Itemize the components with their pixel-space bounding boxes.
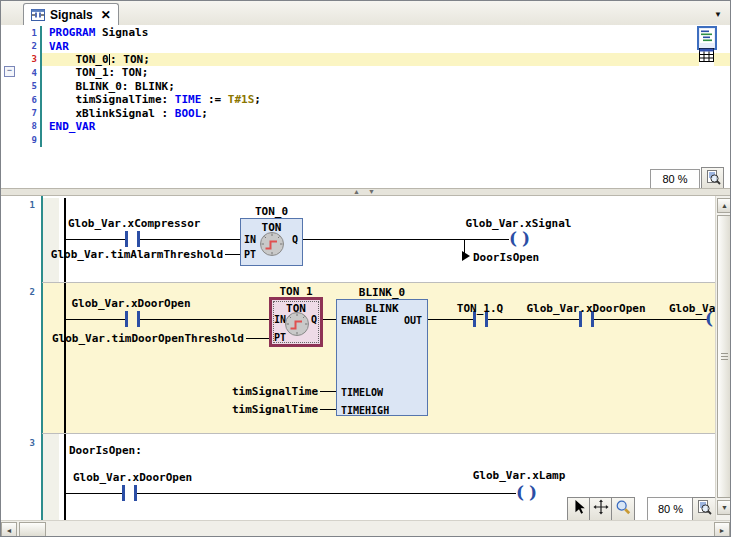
pan-tool-button[interactable] bbox=[589, 497, 613, 521]
jump-icon[interactable] bbox=[462, 251, 470, 261]
tab-overflow-icon[interactable]: ▼ bbox=[714, 10, 722, 19]
decl-line: 5 BLINK_0: BLINK; bbox=[1, 80, 731, 93]
ladder-zoom-value[interactable]: 80 % bbox=[647, 497, 694, 521]
operand-label[interactable]: Glob_Var.timDoorOpenThreshold bbox=[26, 332, 244, 345]
operand-label[interactable]: timSignalTime bbox=[181, 403, 318, 416]
network-gutter bbox=[43, 198, 59, 283]
timer-icon bbox=[284, 311, 310, 341]
coil-xSignal[interactable]: () bbox=[509, 230, 530, 247]
contact-xDoorOpen-3[interactable] bbox=[122, 485, 137, 501]
decl-line: 1 PROGRAM Signals bbox=[1, 26, 731, 39]
code-line[interactable]: BLINK_0: BLINK; bbox=[42, 80, 731, 93]
decl-line: 2 VAR bbox=[1, 39, 731, 52]
tab-close-icon[interactable]: ✕ bbox=[101, 8, 111, 22]
ld-editor-window: Signals ✕ ▼ 1 PROGRAM Signals 2 VAR 3 TO… bbox=[0, 0, 731, 537]
operand-label[interactable]: Glob_Var.xDoorOpen bbox=[526, 302, 646, 315]
scroll-left-icon: ◄ bbox=[6, 527, 13, 534]
line-number: 7 bbox=[1, 106, 42, 119]
pin-pt: PT bbox=[244, 249, 256, 260]
magnifier-icon bbox=[615, 499, 631, 519]
vertical-scrollbar[interactable]: ▲ ▼ bbox=[715, 196, 731, 520]
zoom-page-icon bbox=[696, 499, 712, 519]
blink0-function-block[interactable]: BLINK ENABLE OUT TIMELOW TIMEHIGH bbox=[336, 299, 428, 416]
block-instance-label[interactable]: BLINK_0 bbox=[336, 286, 428, 299]
ton0-function-block[interactable]: TON IN PT Q bbox=[240, 218, 303, 266]
wire bbox=[225, 254, 240, 255]
jump-target-label[interactable]: DoorIsOpen bbox=[473, 251, 539, 264]
code-line[interactable]: END_VAR bbox=[42, 120, 731, 133]
splitter-bar[interactable]: ▲ ▼ bbox=[1, 188, 731, 196]
decl-zoom-button[interactable] bbox=[701, 167, 724, 190]
pin-out: OUT bbox=[404, 315, 422, 326]
network-separator bbox=[42, 433, 715, 434]
operand-label[interactable]: Glob_Var.xLamp bbox=[459, 469, 579, 482]
code-line[interactable]: VAR bbox=[42, 40, 731, 53]
scroll-left-button[interactable]: ◄ bbox=[1, 522, 17, 537]
operand-label[interactable]: Glob_Var.xSignal bbox=[456, 217, 581, 230]
decl-line: 6 timSignalTime: TIME := T#1S; bbox=[1, 93, 731, 106]
splitter-down-icon[interactable]: ▼ bbox=[368, 188, 375, 195]
horizontal-scrollbar[interactable]: ◄ ► bbox=[1, 520, 731, 537]
horizontal-scroll-thumb[interactable] bbox=[19, 522, 46, 537]
code-line[interactable]: timSignalTime: TIME := T#1S; bbox=[42, 93, 731, 106]
network-2-number: 2 bbox=[1, 287, 35, 297]
decl-line: 4 TON_1: TON; bbox=[1, 66, 731, 79]
tabular-view-button[interactable] bbox=[699, 48, 714, 66]
textual-view-icon bbox=[700, 29, 714, 47]
scroll-up-button[interactable]: ▲ bbox=[717, 198, 731, 213]
code-line[interactable]: TON_0: TON; bbox=[42, 53, 731, 66]
tab-signals[interactable]: Signals ✕ bbox=[23, 3, 119, 25]
code-line[interactable]: TON_1: TON; bbox=[42, 66, 731, 79]
code-line[interactable]: xBlinkSignal : BOOL; bbox=[42, 107, 731, 120]
splitter-up-icon[interactable]: ▲ bbox=[353, 188, 360, 195]
network-3-number: 3 bbox=[1, 438, 35, 448]
wire bbox=[66, 319, 269, 320]
textual-view-button[interactable] bbox=[697, 26, 717, 50]
pin-timelow: TIMELOW bbox=[341, 387, 383, 398]
ton1-function-block-selected[interactable]: TON IN PT Q bbox=[269, 297, 323, 347]
select-tool-button[interactable] bbox=[567, 497, 591, 521]
contact-xCompressor[interactable] bbox=[125, 231, 140, 247]
timer-icon bbox=[259, 231, 285, 261]
left-power-rail bbox=[64, 198, 66, 520]
line-number: 1 bbox=[1, 26, 42, 39]
line-number: 6 bbox=[1, 93, 42, 106]
scroll-right-button[interactable]: ► bbox=[714, 522, 730, 537]
ladder-zoom-button[interactable] bbox=[692, 497, 716, 521]
network-gutter bbox=[43, 434, 59, 520]
ld-pou-icon bbox=[31, 8, 45, 22]
scroll-down-button[interactable]: ▼ bbox=[717, 500, 731, 515]
operand-label[interactable]: Glob_Var.xDoorOpen bbox=[68, 297, 194, 310]
contact-xDoorOpen[interactable] bbox=[125, 311, 140, 327]
operand-label[interactable]: TON_1.Q bbox=[445, 302, 515, 315]
operand-label[interactable]: Glob_Var.timAlarmThreshold bbox=[5, 248, 223, 261]
code-line[interactable]: PROGRAM Signals bbox=[42, 26, 731, 39]
zoom-page-icon bbox=[705, 169, 721, 189]
operand-label[interactable]: Glob_Var.xDoorOpen bbox=[73, 471, 183, 484]
wire bbox=[594, 319, 707, 320]
tabular-view-icon bbox=[699, 48, 714, 66]
fold-collapse-icon[interactable]: − bbox=[4, 66, 15, 77]
tab-label: Signals bbox=[50, 8, 93, 22]
cursor-arrow-icon bbox=[571, 499, 587, 519]
decl-zoom-value[interactable]: 80 % bbox=[650, 169, 700, 189]
coil-xLamp[interactable]: () bbox=[516, 484, 537, 501]
wire bbox=[320, 409, 336, 410]
block-instance-label[interactable]: TON_0 bbox=[240, 205, 303, 218]
wire bbox=[428, 319, 473, 320]
network-1-number: 1 bbox=[1, 200, 35, 210]
line-number: 5 bbox=[1, 80, 42, 93]
wire bbox=[323, 319, 336, 320]
vertical-scroll-thumb[interactable] bbox=[717, 215, 731, 498]
pin-q: Q bbox=[292, 234, 298, 245]
network-label[interactable]: DoorIsOpen: bbox=[69, 444, 142, 457]
operand-label[interactable]: Glob_Var.xCompressor bbox=[68, 217, 194, 230]
scroll-up-icon: ▲ bbox=[721, 202, 728, 209]
zoom-tool-button[interactable] bbox=[611, 497, 635, 521]
line-number: 2 bbox=[1, 39, 42, 52]
operand-label[interactable]: timSignalTime bbox=[181, 385, 318, 398]
tab-bar: Signals ✕ ▼ bbox=[1, 1, 730, 26]
wire bbox=[320, 391, 336, 392]
decl-line: 9 bbox=[1, 133, 731, 146]
wire bbox=[488, 319, 579, 320]
